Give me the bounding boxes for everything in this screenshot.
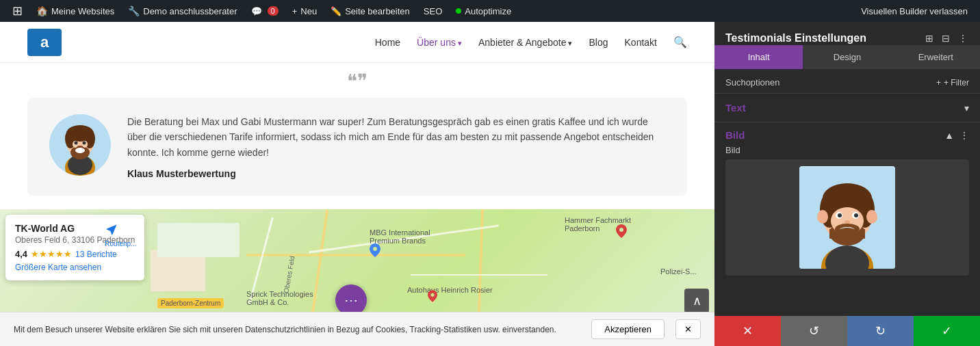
autoptimize-dot	[456, 8, 461, 14]
admin-bar-sites[interactable]: 🏠 Meine Websites	[29, 0, 121, 22]
testimonial-section: ❝❞	[0, 63, 714, 209]
svg-point-22	[866, 210, 877, 224]
right-panel: Testimonials Einstellungen ⊞ ⊟ ⋮ Inhalt …	[714, 22, 980, 346]
admin-bar: ⊞ 🏠 Meine Websites 🔧 Demo anschlussberat…	[0, 0, 980, 22]
scroll-up-button[interactable]: ∧	[684, 289, 709, 313]
search-options-row: Suchoptionen + + Filter	[714, 69, 980, 94]
testimonial-author: Klaus Musterbewertung	[127, 168, 665, 179]
bild-label: Bild	[714, 145, 980, 159]
bild-image-area[interactable]	[725, 159, 969, 276]
demo-icon: 🔧	[128, 5, 140, 16]
nav-kontakt[interactable]: Kontakt	[625, 37, 657, 48]
admin-bar-leave[interactable]: Visuellen Builder verlassen	[854, 0, 975, 22]
map-pin-hammer	[616, 224, 627, 240]
panel-header: Testimonials Einstellungen ⊞ ⊟ ⋮	[714, 22, 980, 45]
map-pin-autohaus	[428, 290, 437, 304]
admin-bar-new[interactable]: + Neu	[285, 0, 324, 22]
filter-label: + Filter	[944, 78, 969, 88]
text-section-title: Text	[725, 102, 746, 114]
bild-section-icons: ▲ ⋮	[944, 130, 969, 141]
cookie-accept-button[interactable]: Akzeptieren	[591, 319, 665, 339]
map-info-card: TK-World AG Oberes Feld 6, 33106 Paderbo…	[5, 215, 144, 280]
bild-more-icon[interactable]: ⋮	[959, 130, 969, 141]
admin-bar-comments[interactable]: 💬 0	[244, 0, 285, 22]
panel-more-icon[interactable]: ⋮	[957, 31, 969, 45]
toolbar-undo-button[interactable]: ↺	[781, 316, 847, 346]
text-section-header[interactable]: Text ▾	[714, 94, 980, 122]
svg-point-21	[817, 210, 828, 224]
seo-label: SEO	[424, 6, 442, 16]
panel-avatar-container	[799, 166, 895, 269]
nav-home[interactable]: Home	[375, 37, 400, 48]
svg-point-10	[75, 142, 78, 145]
map-label-polizei: Polizei-S...	[660, 267, 697, 276]
filter-button[interactable]: + + Filter	[936, 78, 969, 88]
nav-blog[interactable]: Blog	[589, 37, 608, 48]
new-label: Neu	[300, 6, 317, 16]
chat-icon: ⋯	[344, 292, 358, 308]
comments-badge: 0	[268, 6, 279, 16]
map-view-larger-link[interactable]: Größere Karte ansehen	[15, 263, 135, 272]
admin-bar-demo[interactable]: 🔧 Demo anschlussberater	[121, 0, 244, 22]
map-route-button-area[interactable]: Routenp...	[105, 223, 136, 248]
tab-inhalt[interactable]: Inhalt	[714, 45, 803, 69]
panel-columns-icon[interactable]: ⊟	[940, 31, 951, 45]
main-layout: a Home Über uns Anbieter & Angebote Blog…	[0, 22, 980, 346]
svg-point-12	[75, 148, 85, 153]
map-rating-number: 4,4	[15, 249, 27, 259]
autoptimize-label: Autoptimize	[465, 6, 511, 16]
svg-point-28	[838, 213, 842, 217]
tab-design[interactable]: Design	[803, 45, 891, 69]
site-nav-links: Home Über uns Anbieter & Angebote Blog K…	[375, 36, 687, 49]
map-reviews-link[interactable]: 13 Berichte	[75, 250, 117, 259]
svg-point-33	[834, 228, 861, 244]
filter-icon: +	[936, 78, 941, 88]
website-preview: a Home Über uns Anbieter & Angebote Blog…	[0, 22, 714, 346]
map-route-button[interactable]	[105, 223, 118, 240]
panel-tabs: Inhalt Design Erweitert	[714, 45, 980, 69]
site-nav: a Home Über uns Anbieter & Angebote Blog…	[0, 22, 714, 63]
toolbar-confirm-button[interactable]: ✓	[914, 316, 980, 346]
testimonial-text: Die Beratung bei Max und Gabi Mustermann…	[127, 114, 665, 160]
testimonial-avatar	[49, 114, 111, 176]
bild-section-header[interactable]: Bild ▲ ⋮	[714, 122, 980, 145]
sites-icon: 🏠	[36, 5, 48, 16]
panel-header-icons: ⊞ ⊟ ⋮	[924, 31, 969, 45]
map-label-sprick: Sprick TechnologiesGmbH & Co.	[246, 290, 313, 306]
nav-anbieter[interactable]: Anbieter & Angebote	[478, 37, 573, 48]
svg-point-11	[83, 142, 86, 145]
toolbar-delete-button[interactable]: ✕	[714, 316, 781, 346]
testimonial-text-block: Die Beratung bei Max und Gabi Mustermann…	[127, 114, 665, 179]
edit-label: Seite bearbeiten	[345, 6, 410, 16]
admin-bar-wp-icon[interactable]: ⊞	[5, 0, 29, 22]
cookie-close-button[interactable]: ✕	[675, 319, 701, 339]
cookie-banner: Mit dem Besuch unserer Website erklären …	[0, 312, 714, 346]
map-road	[311, 210, 328, 319]
map-road	[411, 274, 547, 276]
toolbar-redo-button[interactable]: ↻	[847, 316, 914, 346]
route-label: Routenp...	[105, 240, 136, 248]
admin-bar-edit[interactable]: ✏️ Seite bearbeiten	[324, 0, 417, 22]
map-stars: ★★★★★	[31, 249, 72, 259]
map-section[interactable]: MBG InternationalPremium Brands Hammer F…	[0, 209, 714, 346]
bild-section: Bild ▲ ⋮ Bild	[714, 122, 980, 276]
sites-label: Meine Websites	[51, 6, 114, 16]
bild-section-title: Bild	[725, 129, 745, 141]
site-logo: a	[27, 29, 62, 56]
panel-body: Suchoptionen + + Filter Text ▾ Bild ▲	[714, 69, 980, 316]
nav-ueber-uns[interactable]: Über uns	[417, 37, 462, 48]
map-road	[246, 254, 465, 256]
tab-erweitert[interactable]: Erweitert	[892, 45, 980, 69]
map-rating-row: 4,4 ★★★★★ 13 Berichte	[15, 249, 135, 259]
panel-toolbar: ✕ ↺ ↻ ✓	[714, 316, 980, 346]
text-section: Text ▾	[714, 94, 980, 122]
map-pin-mbg	[370, 243, 381, 259]
testimonial-card: Die Beratung bei Max und Gabi Mustermann…	[27, 98, 687, 196]
map-area	[157, 223, 240, 257]
bild-up-icon[interactable]: ▲	[944, 130, 954, 141]
search-options-label: Suchoptionen	[725, 77, 780, 88]
panel-expand-icon[interactable]: ⊞	[924, 31, 935, 45]
admin-bar-seo[interactable]: SEO	[417, 0, 449, 22]
admin-bar-autoptimize[interactable]: Autoptimize	[449, 0, 518, 22]
search-icon[interactable]: 🔍	[673, 36, 687, 49]
